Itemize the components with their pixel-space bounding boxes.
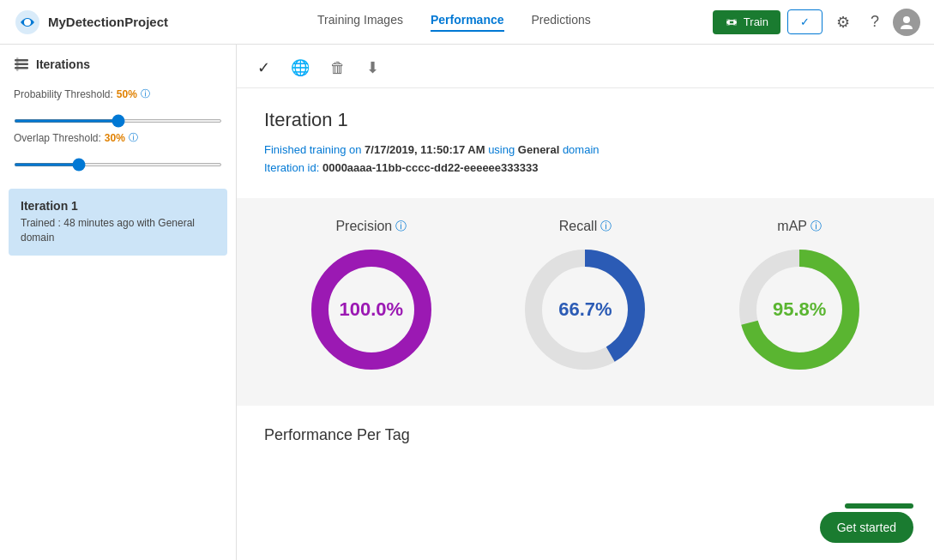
app-logo-icon	[14, 9, 41, 36]
map-info-icon[interactable]: ⓘ	[810, 219, 822, 234]
train-button-label: Train	[744, 15, 768, 28]
sidebar-controls: Probability Threshold: 50% ⓘ Overlap Thr…	[0, 81, 236, 182]
main-layout: Iterations Probability Threshold: 50% ⓘ …	[0, 45, 934, 560]
sidebar-iterations-title: Iterations	[36, 57, 90, 71]
toolbar-globe-icon[interactable]: 🌐	[291, 58, 310, 77]
probability-threshold-label: Probability Threshold:	[14, 88, 113, 100]
avatar[interactable]	[893, 9, 920, 36]
meta-domain-suffix: domain	[559, 143, 599, 156]
overlap-threshold-value: 30%	[105, 132, 125, 144]
toolbar-download-icon[interactable]: ⬇	[366, 58, 379, 77]
meta-domain: General	[518, 143, 559, 156]
main-content: ✓ 🌐 🗑 ⬇ Iteration 1 Finished training on…	[237, 45, 934, 560]
precision-title: Precision ⓘ	[335, 219, 407, 234]
nav-training-images[interactable]: Training Images	[317, 13, 403, 32]
meta-date: 7/17/2019, 11:50:17 AM	[365, 143, 485, 156]
map-value: 95.8%	[773, 298, 826, 321]
recall-title: Recall ⓘ	[559, 219, 612, 234]
precision-label: Precision	[335, 219, 392, 234]
help-button[interactable]: ?	[864, 9, 886, 34]
logo-area: MyDetectionProject	[14, 9, 168, 36]
probability-threshold-row: Probability Threshold: 50% ⓘ	[14, 87, 222, 100]
toolbar-delete-icon[interactable]: 🗑	[330, 59, 346, 77]
precision-value: 100.0%	[340, 298, 404, 321]
map-label: mAP	[777, 219, 807, 234]
settings-button[interactable]: ⚙	[829, 9, 857, 35]
iteration-item-description: Trained : 48 minutes ago with General do…	[21, 216, 215, 245]
recall-card: Recall ⓘ 66.7%	[516, 219, 654, 378]
overlap-threshold-label: Overlap Threshold:	[14, 132, 101, 144]
header-actions: Train ✓ ⚙ ?	[713, 9, 920, 36]
get-started-button[interactable]: Get started	[820, 512, 913, 543]
nav-performance[interactable]: Performance	[431, 13, 504, 32]
iteration-detail: Iteration 1 Finished training on 7/17/20…	[237, 88, 934, 191]
overlap-info-icon[interactable]: ⓘ	[129, 131, 138, 144]
quick-test-button[interactable]: ✓	[787, 9, 823, 34]
performance-per-tag-section: Performance Per Tag	[237, 412, 934, 458]
meta-iteration-id-prefix: Iteration id:	[264, 161, 322, 174]
svg-rect-10	[16, 57, 19, 71]
iteration-list-item[interactable]: Iteration 1 Trained : 48 minutes ago wit…	[9, 189, 227, 256]
metrics-section: Precision ⓘ 100.0% Recall ⓘ	[237, 198, 934, 406]
user-avatar-icon	[898, 14, 915, 31]
app-header: MyDetectionProject Training Images Perfo…	[0, 0, 934, 45]
meta-line2: Iteration id: 0000aaaa-11bb-cccc-dd22-ee…	[264, 160, 907, 178]
meta-line1: Finished training on 7/17/2019, 11:50:17…	[264, 142, 907, 160]
map-title: mAP ⓘ	[777, 219, 822, 234]
overlap-slider[interactable]	[14, 163, 222, 166]
sidebar-header: Iterations	[0, 45, 236, 81]
precision-card: Precision ⓘ 100.0%	[303, 219, 440, 378]
recall-donut: 66.7%	[516, 241, 654, 378]
probability-slider-container	[14, 111, 222, 126]
iteration-meta: Finished training on 7/17/2019, 11:50:17…	[264, 142, 907, 178]
meta-iteration-id: 0000aaaa-11bb-cccc-dd22-eeeeee333333	[322, 161, 539, 174]
train-button[interactable]: Train	[713, 10, 780, 34]
meta-domain-prefix: using	[485, 143, 518, 156]
precision-donut: 100.0%	[303, 241, 440, 378]
train-icon	[725, 15, 738, 29]
svg-point-1	[24, 19, 31, 26]
precision-info-icon[interactable]: ⓘ	[395, 219, 407, 234]
content-toolbar: ✓ 🌐 🗑 ⬇	[237, 45, 934, 88]
overlap-threshold-row: Overlap Threshold: 30% ⓘ	[14, 131, 222, 144]
map-card: mAP ⓘ 95.8%	[731, 219, 868, 378]
toolbar-checkmark-icon[interactable]: ✓	[257, 58, 270, 77]
iteration-item-title: Iteration 1	[21, 199, 215, 213]
map-donut: 95.8%	[731, 241, 868, 378]
overlap-slider-container	[14, 154, 222, 170]
probability-threshold-value: 50%	[117, 88, 137, 100]
svg-rect-5	[733, 19, 737, 26]
app-title: MyDetectionProject	[48, 15, 168, 29]
iteration-detail-title: Iteration 1	[264, 109, 907, 131]
svg-rect-4	[726, 19, 730, 26]
recall-info-icon[interactable]: ⓘ	[600, 219, 612, 234]
recall-label: Recall	[559, 219, 597, 234]
svg-point-6	[903, 16, 910, 23]
iterations-icon	[14, 57, 29, 72]
recall-value: 66.7%	[558, 298, 612, 321]
sidebar: Iterations Probability Threshold: 50% ⓘ …	[0, 45, 237, 560]
progress-bar	[845, 503, 913, 509]
probability-info-icon[interactable]: ⓘ	[141, 87, 150, 100]
performance-per-tag-title: Performance Per Tag	[264, 426, 907, 444]
main-nav: Training Images Performance Predictions	[196, 13, 713, 32]
probability-slider[interactable]	[14, 119, 222, 123]
nav-predictions[interactable]: Predictions	[532, 13, 591, 32]
meta-line1-prefix: Finished training on	[264, 143, 365, 156]
